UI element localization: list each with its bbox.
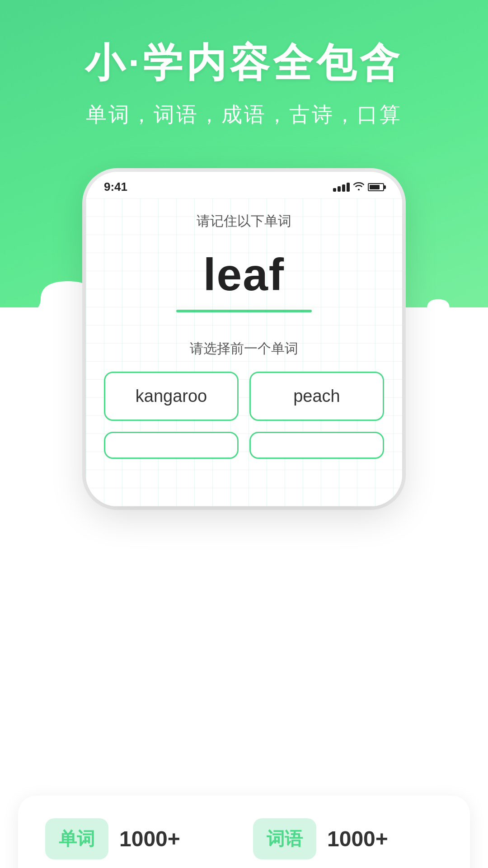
stat-row-1: 单词 1000+ — [45, 818, 235, 859]
stat-tag-words: 单词 — [45, 818, 108, 859]
choose-prompt: 请选择前一个单词 — [190, 340, 298, 358]
wifi-icon — [353, 181, 364, 193]
battery-icon — [368, 183, 384, 191]
stat-row-2: 词语 1000+ — [253, 818, 443, 859]
answer-buttons: kangaroo peach — [104, 372, 384, 459]
status-bar: 9:41 — [86, 172, 402, 198]
phone-mockup: 9:41 请记住以下单 — [86, 172, 402, 506]
word-underline — [176, 310, 312, 312]
main-title: 小·学内容全包含 — [85, 36, 403, 90]
stat-count-words: 1000+ — [119, 826, 180, 851]
stat-count-phrases: 1000+ — [327, 826, 388, 851]
stats-section: 单词 1000+ 词语 1000+ 成语 500+ 古诗 100+ — [0, 606, 488, 868]
answer-option-2[interactable]: peach — [249, 372, 384, 421]
stats-card: 单词 1000+ 词语 1000+ 成语 500+ 古诗 100+ — [18, 796, 470, 868]
answer-option-4[interactable] — [249, 432, 384, 459]
signal-icon — [333, 183, 350, 192]
instruction-text: 请记住以下单词 — [197, 212, 291, 231]
phone-content: 请记住以下单词 leaf 请选择前一个单词 kangaroo peach — [86, 198, 402, 506]
subtitle: 单词，词语，成语，古诗，口算 — [86, 101, 402, 129]
stat-tag-phrases: 词语 — [253, 818, 316, 859]
phone-inner: 请记住以下单词 leaf 请选择前一个单词 kangaroo peach — [86, 198, 402, 468]
answer-option-1[interactable]: kangaroo — [104, 372, 239, 421]
word-display: leaf — [203, 249, 285, 301]
answer-option-3[interactable] — [104, 432, 239, 459]
status-right-icons — [333, 181, 384, 193]
phone-mockup-container: 9:41 请记住以下单 — [86, 172, 402, 506]
status-time: 9:41 — [104, 180, 127, 194]
